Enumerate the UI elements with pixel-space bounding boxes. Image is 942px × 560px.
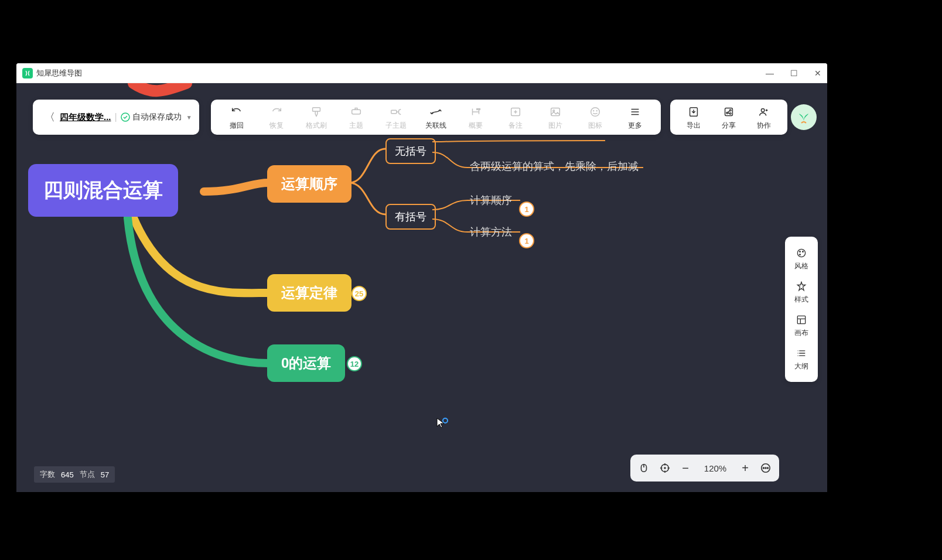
format-button[interactable]: 样式: [785, 276, 818, 309]
collab-button[interactable]: 协作: [746, 101, 781, 134]
palette-icon: [796, 247, 807, 259]
topic-icon: [350, 105, 363, 118]
image-icon: [549, 105, 562, 118]
svg-rect-2: [352, 110, 361, 114]
word-count-value: 645: [61, 470, 74, 479]
plant-icon: [796, 109, 812, 125]
mindmap-node-law[interactable]: 运算定律: [267, 274, 351, 312]
undo-icon: [230, 105, 243, 118]
svg-point-9: [596, 110, 597, 111]
mindmap-leaf-rule[interactable]: 含两级运算的算式，先乘除，后加减: [470, 159, 639, 173]
svg-point-15: [761, 108, 764, 112]
outline-button[interactable]: 大纲: [785, 343, 818, 376]
share-icon: [722, 105, 735, 118]
export-button[interactable]: 导出: [676, 101, 711, 134]
note-icon: [509, 105, 522, 118]
app-window: 知犀思维导图 — ☐ ✕ 〈 四年级数学... | 自动保存成功 ▼ 撤回: [16, 63, 827, 492]
svg-point-7: [591, 107, 600, 116]
mindmap-node-order[interactable]: 运算顺序: [267, 165, 351, 203]
canvas-button[interactable]: 画布: [785, 309, 818, 343]
subtopic-icon: [390, 105, 402, 118]
redo-button[interactable]: 恢复: [257, 101, 296, 134]
zoom-bar: − 120% +: [630, 455, 779, 482]
svg-rect-3: [391, 110, 397, 114]
mindmap-node-zero[interactable]: 0的运算: [267, 344, 345, 382]
node-count-label: 节点: [80, 469, 95, 480]
paint-icon: [310, 105, 323, 118]
close-button[interactable]: ✕: [814, 69, 821, 78]
locate-icon[interactable]: [660, 463, 670, 473]
export-icon: [687, 105, 700, 118]
svg-point-18: [803, 251, 804, 252]
count-badge-calc-method[interactable]: 1: [519, 233, 534, 248]
redo-icon: [270, 105, 283, 118]
svg-point-27: [767, 467, 769, 469]
maximize-button[interactable]: ☐: [790, 69, 798, 78]
share-button[interactable]: 分享: [711, 101, 746, 134]
back-button[interactable]: 〈: [40, 110, 60, 124]
star-icon: [796, 281, 807, 292]
zoom-value[interactable]: 120%: [701, 463, 730, 473]
window-title: 知犀思维导图: [36, 68, 82, 78]
canvas[interactable]: 〈 四年级数学... | 自动保存成功 ▼ 撤回 恢复 格式刷: [16, 83, 827, 492]
svg-point-26: [765, 467, 766, 469]
node-count-value: 57: [101, 470, 109, 479]
chevron-down-icon: ▼: [186, 114, 192, 121]
count-badge-calc-order[interactable]: 1: [519, 202, 534, 217]
undo-button[interactable]: 撤回: [217, 101, 257, 134]
svg-point-17: [800, 251, 801, 252]
svg-point-25: [763, 467, 764, 469]
summary-icon: [469, 105, 482, 118]
layout-icon: [796, 314, 807, 326]
relation-icon: [429, 105, 442, 118]
more-circle-icon[interactable]: [760, 463, 771, 473]
user-avatar[interactable]: [791, 104, 817, 130]
app-logo-icon: [22, 68, 33, 78]
right-toolbar: 导出 分享 协作: [670, 100, 787, 135]
mindmap-node-with-bracket[interactable]: 有括号: [385, 204, 436, 230]
word-count-label: 字数: [40, 469, 55, 480]
mindmap-leaf-calc-method[interactable]: 计算方法: [470, 225, 512, 239]
count-badge-zero[interactable]: 12: [347, 356, 362, 371]
svg-point-28: [443, 418, 448, 423]
svg-point-16: [797, 249, 805, 257]
list-icon: [796, 347, 807, 359]
icon-button[interactable]: 图标: [575, 101, 615, 134]
style-button[interactable]: 风格: [785, 243, 818, 276]
svg-rect-5: [551, 108, 560, 115]
more-button[interactable]: 更多: [615, 101, 655, 134]
main-toolbar: 撤回 恢复 格式刷 主题 子主题 关联线: [211, 100, 661, 135]
mindmap-root-node[interactable]: 四则混合运算: [28, 164, 178, 217]
status-bar: 字数 645 节点 57: [34, 466, 115, 483]
svg-point-19: [800, 254, 801, 255]
mouse-icon[interactable]: [639, 463, 649, 473]
smile-icon: [589, 105, 602, 118]
check-circle-icon: [121, 112, 130, 122]
subtopic-button[interactable]: 子主题: [376, 101, 416, 134]
note-button[interactable]: 备注: [496, 101, 535, 134]
svg-rect-20: [797, 316, 805, 323]
zoom-out-button[interactable]: −: [681, 462, 690, 475]
side-panel: 风格 样式 画布 大纲: [785, 237, 818, 382]
title-bar: 知犀思维导图 — ☐ ✕: [16, 63, 827, 83]
relation-button[interactable]: 关联线: [416, 101, 456, 134]
format-painter-button[interactable]: 格式刷: [296, 101, 336, 134]
image-button[interactable]: 图片: [535, 101, 575, 134]
zoom-in-button[interactable]: +: [740, 462, 750, 475]
svg-rect-1: [313, 107, 320, 111]
svg-point-23: [664, 467, 665, 469]
minimize-button[interactable]: —: [766, 69, 774, 78]
count-badge-law[interactable]: 25: [351, 286, 367, 301]
breadcrumb-bar: 〈 四年级数学... | 自动保存成功 ▼: [33, 100, 199, 135]
mindmap-leaf-calc-order[interactable]: 计算顺序: [470, 193, 512, 207]
summary-button[interactable]: 概要: [456, 101, 496, 134]
svg-point-8: [593, 110, 594, 111]
menu-icon: [629, 105, 641, 118]
mindmap-node-no-bracket[interactable]: 无括号: [385, 138, 436, 164]
document-name[interactable]: 四年级数学...: [60, 112, 111, 123]
topic-button[interactable]: 主题: [336, 101, 376, 134]
mouse-cursor-icon: [436, 417, 449, 432]
collab-icon: [757, 105, 770, 118]
save-status[interactable]: 自动保存成功 ▼: [121, 112, 192, 122]
